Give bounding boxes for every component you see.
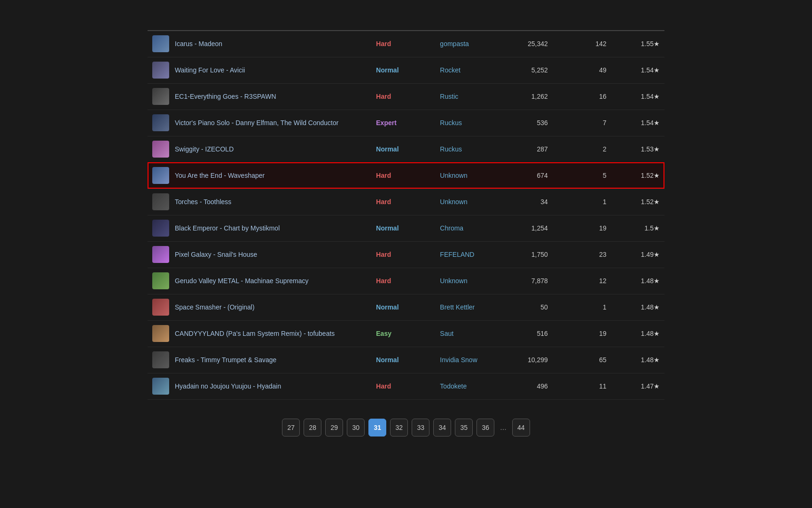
song-cell: Waiting For Love - Avicii xyxy=(148,57,371,83)
difficulty-label: Normal xyxy=(376,66,398,74)
plays-cell: 34 xyxy=(505,189,553,215)
table-row[interactable]: Pixel Galaxy - Snail's House Hard FEFELA… xyxy=(148,241,664,268)
page-button[interactable]: 36 xyxy=(476,419,494,437)
page-button[interactable]: 29 xyxy=(325,419,343,437)
mapper-link[interactable]: Ruckus xyxy=(440,119,462,127)
diff-star-cell: 1.48★ xyxy=(611,294,664,320)
mapper-cell: Rustic xyxy=(435,83,504,110)
difficulty-label: Normal xyxy=(376,224,398,232)
mapper-link[interactable]: Saut xyxy=(440,330,453,337)
mapper-link[interactable]: Brett Kettler xyxy=(440,303,475,311)
page-button[interactable]: 44 xyxy=(512,419,530,437)
plays-cell: 1,262 xyxy=(505,83,553,110)
song-title: Gerudo Valley METAL - Machinae Supremacy xyxy=(175,277,309,285)
song-cell: Black Emperor - Chart by Mystikmol xyxy=(148,215,371,241)
plays-cell: 50 xyxy=(505,294,553,320)
song-thumbnail xyxy=(152,378,169,395)
mapper-link[interactable]: gompasta xyxy=(440,40,468,48)
main-container: Icarus - Madeon Hard gompasta 25,342 142… xyxy=(148,19,664,455)
difficulty-label: Hard xyxy=(376,277,391,285)
page-button[interactable]: 34 xyxy=(433,419,451,437)
song-title: Torches - Toothless xyxy=(175,198,231,206)
page-button[interactable]: 33 xyxy=(412,419,429,437)
song-title: Icarus - Madeon xyxy=(175,40,222,48)
plays-cell: 5,252 xyxy=(505,57,553,83)
diff-star-cell: 1.49★ xyxy=(611,241,664,268)
plays24-cell: 19 xyxy=(553,215,611,241)
plays24-cell: 2 xyxy=(553,136,611,162)
table-row[interactable]: Victor's Piano Solo - Danny Elfman, The … xyxy=(148,110,664,136)
mapper-cell: Ruckus xyxy=(435,136,504,162)
song-thumbnail xyxy=(152,272,169,289)
song-thumbnail xyxy=(152,220,169,237)
table-row[interactable]: Gerudo Valley METAL - Machinae Supremacy… xyxy=(148,268,664,294)
table-row[interactable]: Hyadain no Joujou Yuujou - Hyadain Hard … xyxy=(148,373,664,399)
table-row[interactable]: Torches - Toothless Hard Unknown 34 1 1.… xyxy=(148,189,664,215)
diff-star-cell: 1.5★ xyxy=(611,215,664,241)
plays24-cell: 19 xyxy=(553,320,611,347)
page-button[interactable]: 31 xyxy=(368,419,386,437)
song-title: EC1-Everything Goes - R3SPAWN xyxy=(175,93,276,100)
mapper-link[interactable]: Chroma xyxy=(440,224,463,232)
song-title: Pixel Galaxy - Snail's House xyxy=(175,251,257,258)
mapper-cell: Unknown xyxy=(435,268,504,294)
page-button[interactable]: 30 xyxy=(347,419,365,437)
song-thumbnail xyxy=(152,351,169,368)
pagination: 27282930313233343536...44 xyxy=(148,419,664,455)
difficulty-cell: Hard xyxy=(371,189,435,215)
plays24-cell: 1 xyxy=(553,189,611,215)
mapper-link[interactable]: Invidia Snow xyxy=(440,356,477,364)
mapper-link[interactable]: Unknown xyxy=(440,198,467,206)
plays24-cell: 23 xyxy=(553,241,611,268)
mapper-link[interactable]: Rocket xyxy=(440,66,461,74)
mapper-link[interactable]: Todokete xyxy=(440,382,467,390)
mapper-link[interactable]: Unknown xyxy=(440,277,467,285)
plays24-cell: 49 xyxy=(553,57,611,83)
difficulty-label: Expert xyxy=(376,119,397,127)
difficulty-label: Hard xyxy=(376,93,391,100)
diff-star-cell: 1.53★ xyxy=(611,136,664,162)
plays-cell: 1,750 xyxy=(505,241,553,268)
song-cell: Space Smasher - (Original) xyxy=(148,294,371,320)
plays24-cell: 12 xyxy=(553,268,611,294)
mapper-link[interactable]: FEFELAND xyxy=(440,251,474,258)
song-cell: Torches - Toothless xyxy=(148,189,371,215)
song-cell: Icarus - Madeon xyxy=(148,31,371,57)
mapper-link[interactable]: Ruckus xyxy=(440,145,462,153)
song-thumbnail xyxy=(152,114,169,131)
table-row[interactable]: Freaks - Timmy Trumpet & Savage Normal I… xyxy=(148,347,664,373)
difficulty-cell: Normal xyxy=(371,215,435,241)
page-button[interactable]: 27 xyxy=(282,419,300,437)
difficulty-cell: Hard xyxy=(371,241,435,268)
song-cell: Pixel Galaxy - Snail's House xyxy=(148,241,371,268)
song-title: You Are the End - Waveshaper xyxy=(175,172,265,179)
difficulty-label: Hard xyxy=(376,382,391,390)
page-button[interactable]: 32 xyxy=(390,419,408,437)
table-row[interactable]: Icarus - Madeon Hard gompasta 25,342 142… xyxy=(148,31,664,57)
mapper-link[interactable]: Unknown xyxy=(440,172,467,179)
table-row[interactable]: CANDYYYLAND (Pa's Lam System Remix) - to… xyxy=(148,320,664,347)
page-button[interactable]: 28 xyxy=(304,419,321,437)
table-row[interactable]: Black Emperor - Chart by Mystikmol Norma… xyxy=(148,215,664,241)
difficulty-label: Normal xyxy=(376,303,398,311)
diff-star-cell: 1.48★ xyxy=(611,320,664,347)
difficulty-cell: Hard xyxy=(371,373,435,399)
table-row[interactable]: Waiting For Love - Avicii Normal Rocket … xyxy=(148,57,664,83)
table-row[interactable]: Swiggity - IZECOLD Normal Ruckus 287 2 1… xyxy=(148,136,664,162)
song-thumbnail xyxy=(152,246,169,263)
page-button[interactable]: 35 xyxy=(455,419,473,437)
plays-cell: 10,299 xyxy=(505,347,553,373)
mapper-link[interactable]: Rustic xyxy=(440,93,458,100)
plays24-cell: 142 xyxy=(553,31,611,57)
song-thumbnail xyxy=(152,62,169,79)
table-row[interactable]: Space Smasher - (Original) Normal Brett … xyxy=(148,294,664,320)
difficulty-label: Hard xyxy=(376,198,391,206)
song-title: Swiggity - IZECOLD xyxy=(175,145,234,153)
song-title: Freaks - Timmy Trumpet & Savage xyxy=(175,356,276,364)
plays-cell: 496 xyxy=(505,373,553,399)
col-mapper xyxy=(435,19,504,31)
mapper-cell: Ruckus xyxy=(435,110,504,136)
table-row[interactable]: You Are the End - Waveshaper Hard Unknow… xyxy=(148,162,664,189)
song-cell: CANDYYYLAND (Pa's Lam System Remix) - to… xyxy=(148,320,371,347)
table-row[interactable]: EC1-Everything Goes - R3SPAWN Hard Rusti… xyxy=(148,83,664,110)
